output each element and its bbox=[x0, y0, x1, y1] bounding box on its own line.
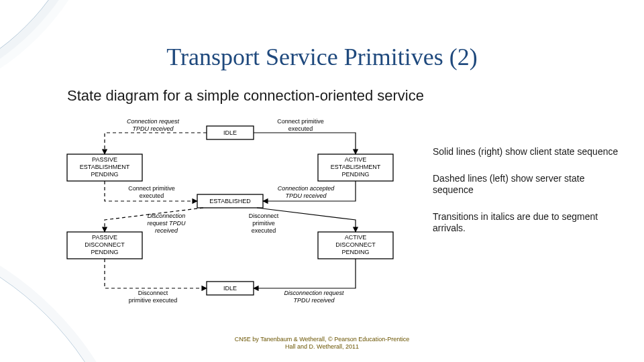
footer-credit: CN5E by Tanenbaum & Wetherall, © Pearson… bbox=[0, 336, 644, 350]
svg-text:Disconnect: Disconnect bbox=[249, 213, 279, 219]
state-passive-est-l2: ESTABLISHMENT bbox=[80, 164, 130, 170]
state-idle-top: IDLE bbox=[223, 129, 237, 136]
svg-text:Disconnection request: Disconnection request bbox=[284, 290, 344, 296]
svg-text:received: received bbox=[155, 227, 178, 234]
state-active-est-l2: ESTABLISHMENT bbox=[331, 164, 381, 170]
note-solid: Solid lines (right) show client state se… bbox=[433, 146, 627, 158]
state-active-est-l1: ACTIVE bbox=[345, 156, 367, 163]
footer-line1: CN5E by Tanenbaum & Wetherall, © Pearson… bbox=[235, 336, 409, 343]
state-idle-bottom: IDLE bbox=[223, 285, 237, 292]
note-dashed: Dashed lines (left) show server state se… bbox=[433, 173, 627, 196]
state-passive-disc-l1: PASSIVE bbox=[92, 234, 117, 241]
svg-text:TPDU received: TPDU received bbox=[285, 192, 327, 199]
state-passive-disc-l2: DISCONNECT bbox=[85, 241, 125, 248]
svg-text:executed: executed bbox=[140, 192, 164, 199]
state-passive-est-l3: PENDING bbox=[91, 171, 118, 178]
svg-text:Connect primitive: Connect primitive bbox=[277, 118, 324, 125]
state-passive-est-l1: PASSIVE bbox=[92, 156, 117, 163]
svg-text:request TPDU: request TPDU bbox=[147, 220, 186, 227]
note-italics: Transitions in italics are due to segmen… bbox=[433, 211, 627, 235]
state-active-est-l3: PENDING bbox=[341, 171, 369, 178]
state-passive-disc-l3: PENDING bbox=[91, 249, 118, 255]
svg-text:TPDU received: TPDU received bbox=[132, 125, 174, 132]
svg-text:executed: executed bbox=[252, 227, 276, 234]
slide-title: Transport Service Primitives (2) bbox=[0, 43, 644, 71]
svg-text:Connection request: Connection request bbox=[127, 118, 180, 125]
legend-notes: Solid lines (right) show client state se… bbox=[433, 146, 627, 249]
state-diagram: IDLE PASSIVE ESTABLISHMENT PENDING ACTIV… bbox=[52, 114, 413, 308]
svg-text:Connect primitive: Connect primitive bbox=[128, 185, 175, 192]
svg-text:executed: executed bbox=[288, 125, 313, 132]
svg-text:Disconnect: Disconnect bbox=[138, 290, 168, 296]
svg-text:Disconnection: Disconnection bbox=[148, 213, 186, 219]
state-established: ESTABLISHED bbox=[209, 198, 251, 204]
svg-text:primitive: primitive bbox=[252, 220, 275, 227]
svg-text:primitive executed: primitive executed bbox=[129, 297, 178, 304]
slide-subtitle: State diagram for a simple connection-or… bbox=[67, 87, 424, 105]
state-active-disc-l2: DISCONNECT bbox=[335, 241, 376, 248]
state-active-disc-l1: ACTIVE bbox=[345, 234, 367, 241]
state-active-disc-l3: PENDING bbox=[341, 249, 369, 255]
footer-line2: Hall and D. Wetherall, 2011 bbox=[285, 343, 359, 350]
svg-text:TPDU received: TPDU received bbox=[293, 297, 335, 304]
svg-text:Connection accepted: Connection accepted bbox=[278, 185, 335, 192]
